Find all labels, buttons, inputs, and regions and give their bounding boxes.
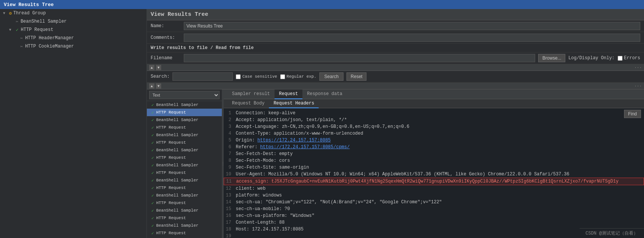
search-button[interactable]: Search <box>319 72 343 81</box>
check-icon: ✓ <box>151 178 154 183</box>
sidebar-item-http-request-1[interactable]: ▼ ✓ HTTP Request <box>0 26 147 34</box>
list-item-bean7[interactable]: ✓BeanShell Sampler <box>147 192 222 199</box>
check-icon: ✓ <box>151 208 154 213</box>
subtab-request-body[interactable]: Request Body <box>227 99 269 108</box>
line-number: 19 <box>224 233 236 238</box>
errors-checkbox[interactable]: Errors <box>618 55 640 61</box>
write-results-label: Write results to file / Read from file <box>151 45 254 51</box>
line-content: User-Agent: Mozilla/5.0 (Windows NT 10.0… <box>236 171 569 178</box>
list-item-bean5[interactable]: ✓BeanShell Sampler <box>147 161 222 169</box>
list-item-label: BeanShell Sampler <box>156 103 198 107</box>
check-icon: ✓ <box>151 216 154 221</box>
expand-icon: ▼ <box>3 11 8 15</box>
list-item-label: BeanShell Sampler <box>156 133 198 137</box>
tab-request[interactable]: Request <box>275 89 302 99</box>
filename-label: Filename <box>151 55 181 61</box>
format-select[interactable]: Text HTML JSON XML <box>149 91 220 99</box>
list-item-label: BeanShell Sampler <box>156 223 198 228</box>
collapse-btn-2[interactable]: ▼ <box>156 65 161 70</box>
filename-input[interactable] <box>184 54 535 62</box>
errors-label: Errors <box>624 55 640 61</box>
list-item-bean4[interactable]: ✓BeanShell Sampler <box>147 146 222 154</box>
case-sensitive-check[interactable] <box>236 74 241 79</box>
right-panel: View Results Tree Name: Comments: Write … <box>147 9 644 238</box>
list-item-http3[interactable]: ✓HTTP Request <box>147 139 222 146</box>
list-item-label: HTTP Request <box>156 186 186 190</box>
line-number: 4 <box>224 130 236 137</box>
line-content: sec-ch-ua-mobile: ?0 <box>236 206 290 212</box>
regular-exp-label[interactable]: Regular exp. <box>280 74 316 79</box>
sidebar-item-http-cookie[interactable]: ✂ HTTP CookieManager <box>0 42 147 51</box>
line-number: 10 <box>224 171 236 178</box>
check-icon: ✓ <box>151 231 154 236</box>
collapse-btn-1[interactable]: ▲ <box>149 65 154 70</box>
list-item-http5[interactable]: ✓HTTP Request <box>147 169 222 177</box>
name-input[interactable] <box>184 22 640 30</box>
sidebar-item-http-header[interactable]: ✂ HTTP HeaderManager <box>0 34 147 42</box>
case-sensitive-label[interactable]: Case sensitive <box>236 74 277 79</box>
line-content: Accept: application/json, text/plain, */… <box>236 117 347 123</box>
list-item-bean2[interactable]: ✓BeanShell Sampler <box>147 116 222 124</box>
sidebar-item-label: Thread Group <box>13 11 46 16</box>
list-item-label: HTTP Request <box>156 216 186 220</box>
list-item-http6[interactable]: ✓HTTP Request <box>147 184 222 192</box>
sidebar-item-beanshell-1[interactable]: ✂ BeanShell Sampler <box>0 17 147 26</box>
list-item-bean8[interactable]: ✓BeanShell Sampler <box>147 207 222 214</box>
list-item-bean6[interactable]: ✓BeanShell Sampler <box>147 177 222 184</box>
code-line-12: 12client: web <box>224 185 644 192</box>
tab-sampler-result[interactable]: Sampler result <box>227 89 275 99</box>
code-line-4: 4Content-Type: application/x-www-form-ur… <box>224 130 644 137</box>
search-input[interactable] <box>172 72 233 81</box>
result-panel: Sampler result Request Response data Req… <box>224 89 644 238</box>
line-content: sec-ch-ua-platform: "Windows" <box>236 212 314 219</box>
list-item-http7[interactable]: ✓HTTP Request <box>147 199 222 207</box>
line-number: 17 <box>224 219 236 226</box>
subtab-request-headers[interactable]: Request Headers <box>269 99 319 108</box>
line-number: 13 <box>224 192 236 199</box>
list-item-label: HTTP Request <box>156 201 186 205</box>
wrench-icon: ⚙ <box>9 11 12 16</box>
list-item-http8[interactable]: ✓HTTP Request <box>147 214 222 222</box>
line-number: 1 <box>224 110 236 117</box>
dots-2: ··· <box>634 84 642 88</box>
code-line-9: 9Sec-Fetch-Site: same-origin <box>224 164 644 171</box>
write-results-row: Write results to file / Read from file <box>147 44 644 52</box>
list-item-http9[interactable]: ✓HTTP Request <box>147 229 222 237</box>
sidebar-item-thread-group[interactable]: ▼ ⚙ Thread Group <box>0 9 147 17</box>
list-item-bean3[interactable]: ✓BeanShell Sampler <box>147 131 222 139</box>
line-content: Content-Type: application/x-www-form-url… <box>236 130 363 137</box>
line-content: sec-ch-ua: "Chromium";v="122", "Not(A:Br… <box>236 199 442 206</box>
browse-button[interactable]: Browse... <box>538 54 565 62</box>
reset-button[interactable]: Reset <box>346 72 366 81</box>
regular-exp-check[interactable] <box>280 74 285 79</box>
code-line-16: 16sec-ch-ua-platform: "Windows" <box>224 212 644 219</box>
sidebar: ▼ ⚙ Thread Group ✂ BeanShell Sampler ▼ ✓… <box>0 9 147 238</box>
check-icon: ✓ <box>151 201 154 206</box>
dots-1: ··· <box>634 65 642 70</box>
find-button[interactable]: Find <box>624 110 641 118</box>
list-item-http4[interactable]: ✓HTTP Request <box>147 154 222 161</box>
list-item-label: BeanShell Sampler <box>156 163 198 167</box>
comments-input[interactable] <box>184 34 640 42</box>
list-item-bean9[interactable]: ✓BeanShell Sampler <box>147 222 222 229</box>
line-number: 14 <box>224 199 236 206</box>
collapse-btn-4[interactable]: ▼ <box>156 83 161 89</box>
name-row: Name: <box>147 20 644 32</box>
line-content: Referer: https://172.24.157.157:8085/cpm… <box>236 144 349 150</box>
list-item-http1[interactable]: ✓HTTP Request <box>147 109 222 116</box>
errors-check[interactable] <box>618 56 623 61</box>
line-number: 9 <box>224 164 236 171</box>
line-content: Host: 172.24.157.157:8085 <box>236 226 304 233</box>
list-item-http2[interactable]: ✓HTTP Request <box>147 124 222 131</box>
scissors-icon: ✂ <box>20 36 23 41</box>
tab-response-data[interactable]: Response data <box>302 89 347 99</box>
check-icon: ✓ <box>151 133 154 138</box>
code-line-6: 6Referer: https://172.24.157.157:8085/cp… <box>224 144 644 150</box>
line-number: 16 <box>224 212 236 219</box>
list-item-label: BeanShell Sampler <box>156 208 198 213</box>
result-tabs-row: Sampler result Request Response data <box>224 89 644 99</box>
panel-header: View Results Tree <box>147 9 644 20</box>
collapse-btn-3[interactable]: ▲ <box>149 83 154 89</box>
line-number: 3 <box>224 123 236 130</box>
list-item-bean1[interactable]: ✓BeanShell Sampler <box>147 101 222 109</box>
